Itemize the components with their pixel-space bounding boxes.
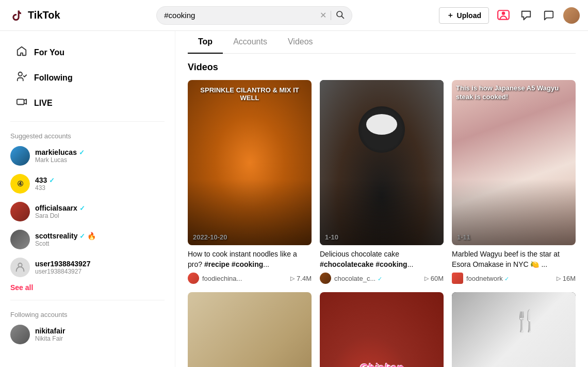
video-card-1[interactable]: SPRINKLE CILANTRO & MIX IT WELL 2022-10-… [188, 80, 312, 284]
fire-emoji-scott: 🔥 [87, 232, 96, 240]
verified-icon-officialsaarx: ✓ [79, 204, 85, 212]
video-meta-1: foodiechina... ▷ 7.4M [188, 273, 312, 284]
account-info-433: 433 ✓ 433 [35, 176, 165, 192]
live-icon [14, 96, 29, 110]
video-card-4[interactable]: Beefhot sandwich [188, 292, 312, 367]
video-overlay-text-1: SPRINKLE CILANTRO & MIX IT WELL [188, 84, 312, 104]
suggested-account-user1938843927[interactable]: user1938843927 user1938843927 [0, 253, 175, 281]
play-icon-1: ▷ [290, 275, 295, 282]
upload-button[interactable]: ＋ Upload [439, 7, 489, 24]
video-title-3: Marbled Wagyu beef is the star at Esora … [452, 249, 576, 269]
tab-videos[interactable]: Videos [277, 31, 323, 54]
account-avatar-nikitafair [10, 325, 30, 344]
upload-label: Upload [457, 11, 481, 20]
messages-icon[interactable] [541, 7, 557, 24]
account-avatar-scottsreality [10, 230, 30, 249]
account-info-nikitafair: nikitafair Nikita Fair [35, 327, 165, 342]
video-meta-3: foodnetwork ✓ ▷ 16M [452, 273, 576, 284]
main-content: Top Accounts Videos Videos SPRINKLE CILA… [175, 31, 588, 367]
suggested-account-markielucas[interactable]: markielucas ✓ Mark Lucas [0, 142, 175, 170]
sidebar-label-following: Following [34, 73, 73, 83]
video-thumbnail-image-1 [188, 80, 312, 245]
video-views-3: ▷ 16M [557, 275, 576, 282]
header-actions: ＋ Upload [439, 7, 580, 24]
video-thumbnail-image-2 [320, 80, 444, 245]
svg-point-4 [502, 11, 505, 15]
video-author-name-1: foodiechina... [202, 275, 287, 282]
tab-accounts[interactable]: Accounts [223, 31, 277, 54]
plus-icon: ＋ [447, 11, 454, 20]
search-bar: ✕ [70, 6, 439, 25]
search-wrapper: ✕ [156, 6, 352, 25]
following-account-nikitafair[interactable]: nikitafair Nikita Fair [0, 321, 175, 348]
play-icon-2: ▷ [424, 275, 429, 282]
account-avatar-officialsaarx [10, 202, 30, 221]
logo-text: TikTok [28, 9, 60, 21]
video-timestamp-2: 1-10 [325, 233, 338, 241]
account-avatar-user1938843927 [10, 258, 30, 277]
inbox-messages-icon[interactable] [518, 7, 534, 24]
video-thumbnail-image-3 [452, 80, 576, 245]
home-icon [14, 45, 29, 59]
sidebar: For You Following LIVE Suggested account… [0, 31, 175, 367]
video-author-avatar-3 [452, 273, 463, 284]
video-card-3[interactable]: This is how Japanese A5 Wagyu steak is c… [452, 80, 576, 284]
svg-point-6 [19, 72, 22, 76]
suggested-account-433[interactable]: ④ 433 ✓ 433 [0, 170, 175, 198]
suggested-account-scottsreality[interactable]: scottsreality ✓ 🔥 Scott [0, 226, 175, 253]
account-display-433: 433 [35, 184, 165, 192]
account-info-scottsreality: scottsreality ✓ 🔥 Scott [35, 232, 165, 247]
video-thumbnail-image-6: 🍴 [452, 292, 576, 367]
verified-icon-markielucas: ✓ [79, 149, 85, 156]
sidebar-item-for-you[interactable]: For You [4, 40, 171, 65]
account-info-officialsaarx: officialsaarx ✓ Sara Dol [35, 204, 165, 219]
svg-rect-0 [8, 7, 25, 24]
svg-marker-5 [522, 11, 531, 20]
video-card-2[interactable]: 1-10 Delicious chocolate cake #chocolate… [320, 80, 444, 284]
video-card-5[interactable]: Chicken Paprikash [320, 292, 444, 367]
video-overlay-chicken: Chicken Paprikash [354, 361, 409, 367]
user-avatar[interactable] [563, 7, 580, 24]
video-author-avatar-2 [320, 273, 331, 284]
sidebar-item-live[interactable]: LIVE [4, 91, 171, 115]
account-avatar-433: ④ [10, 174, 30, 194]
account-info-user1938843927: user1938843927 user1938843927 [35, 260, 165, 275]
svg-line-2 [342, 16, 344, 18]
video-card-6[interactable]: 🍴 [452, 292, 576, 367]
sidebar-item-following[interactable]: Following [4, 66, 171, 90]
video-title-1: How to cook instant noodles like a pro? … [188, 249, 312, 269]
video-thumb-6: 🍴 [452, 292, 576, 367]
account-display-markielucas: Mark Lucas [35, 156, 165, 164]
sidebar-divider-1 [10, 121, 165, 122]
video-thumb-2: 1-10 [320, 80, 444, 245]
svg-point-8 [18, 263, 22, 267]
see-all-button[interactable]: See all [0, 281, 175, 294]
verified-icon-scottsreality: ✓ [79, 232, 85, 240]
account-display-scottsreality: Scott [35, 240, 165, 247]
account-username-scottsreality: scottsreality ✓ 🔥 [35, 232, 165, 240]
video-thumb-4: Beefhot sandwich [188, 292, 312, 367]
logo[interactable]: TikTok [8, 7, 70, 24]
account-username-user1938843927: user1938843927 [35, 260, 165, 268]
play-icon-3: ▷ [557, 275, 561, 282]
account-info-markielucas: markielucas ✓ Mark Lucas [35, 148, 165, 164]
videos-section-label: Videos [188, 62, 576, 73]
search-clear-icon[interactable]: ✕ [320, 10, 326, 20]
tiktok-logo-icon [8, 7, 25, 24]
inbox-icon[interactable] [495, 7, 512, 24]
search-tabs: Top Accounts Videos [188, 31, 576, 54]
video-thumb-3: This is how Japanese A5 Wagyu steak is c… [452, 80, 576, 245]
search-input[interactable] [164, 11, 316, 20]
video-thumbnail-image-4 [188, 292, 312, 367]
main-layout: For You Following LIVE Suggested account… [0, 31, 588, 367]
account-avatar-markielucas [10, 146, 30, 166]
video-timestamp-1: 2022-10-20 [193, 233, 227, 241]
suggested-account-officialsaarx[interactable]: officialsaarx ✓ Sara Dol [0, 198, 175, 226]
video-title-2: Delicious chocolate cake #chocolatecake … [320, 249, 444, 269]
search-icon[interactable] [335, 10, 345, 21]
verified-icon-433: ✓ [49, 177, 55, 184]
video-timestamp-3: 1-11 [457, 233, 470, 241]
video-grid: SPRINKLE CILANTRO & MIX IT WELL 2022-10-… [188, 80, 576, 367]
video-meta-2: chocolate_c... ✓ ▷ 60M [320, 273, 444, 284]
tab-top[interactable]: Top [188, 31, 223, 54]
